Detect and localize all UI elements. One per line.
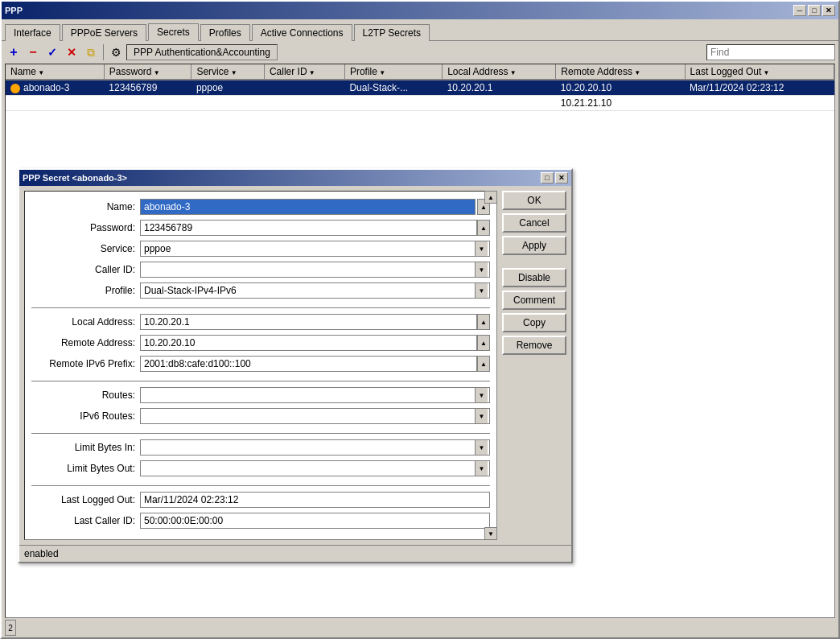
add-button[interactable]: +: [5, 43, 23, 61]
comment-button[interactable]: Comment: [502, 291, 566, 310]
profile-select[interactable]: Dual-Stack-IPv4-IPv6 ▼: [140, 282, 490, 299]
col-caller-id[interactable]: Caller ID: [264, 64, 344, 80]
service-select-arrow[interactable]: ▼: [475, 241, 488, 256]
cell-local-address: 10.20.20.1: [443, 80, 556, 96]
table-header: Name Password Service Caller ID Profile …: [6, 64, 834, 80]
remote-ipv6-up-btn[interactable]: ▲: [477, 356, 490, 372]
cell-profile: Dual-Stack-...: [344, 80, 442, 96]
cell-service: pppoe: [191, 80, 264, 96]
cell-name: abonado-3: [23, 82, 69, 93]
input-name[interactable]: [140, 199, 476, 215]
caller-id-select[interactable]: ▼: [140, 262, 490, 278]
tab-interface[interactable]: Interface: [5, 24, 60, 41]
row-status-icon: [10, 84, 20, 93]
remote-address-up-btn[interactable]: ▲: [477, 335, 490, 351]
disable-button[interactable]: Disable: [502, 268, 566, 287]
remove-button[interactable]: Remove: [502, 336, 566, 355]
input-remote-address[interactable]: [140, 335, 477, 351]
tab-l2tp-secrets[interactable]: L2TP Secrets: [354, 24, 430, 41]
input-remote-ipv6-prefix[interactable]: [140, 356, 477, 372]
bottom-bar: 2: [2, 618, 838, 637]
form-scroll-up[interactable]: ▲: [484, 191, 497, 204]
ipv6-routes-arrow[interactable]: ▼: [475, 409, 488, 423]
password-up-btn[interactable]: ▲: [477, 220, 490, 236]
col-remote-address[interactable]: Remote Address: [556, 64, 685, 80]
remove-button[interactable]: −: [24, 43, 42, 61]
service-select[interactable]: pppoe ▼: [140, 241, 490, 257]
limit-bytes-out-arrow[interactable]: ▼: [475, 461, 488, 476]
label-limit-bytes-out: Limit Bytes Out:: [31, 463, 140, 474]
limit-bytes-out-select[interactable]: ▼: [140, 460, 490, 476]
form-row-local-address: Local Address: ▲: [31, 313, 490, 331]
cancel-button[interactable]: Cancel: [502, 213, 566, 233]
label-service: Service:: [31, 243, 140, 254]
local-address-wrapper: ▲: [140, 314, 490, 330]
title-bar-controls: ─ □ ✕: [793, 5, 835, 16]
col-profile[interactable]: Profile: [344, 64, 442, 80]
form-scroll-down[interactable]: ▼: [484, 527, 497, 540]
ipv6-routes-select[interactable]: ▼: [140, 408, 490, 424]
toolbar-separator: [103, 44, 104, 60]
dialog-buttons: OK Cancel Apply Disable Comment Copy Rem…: [502, 191, 566, 540]
profile-select-text: Dual-Stack-IPv4-IPv6: [142, 285, 475, 296]
main-window: PPP ─ □ ✕ Interface PPPoE Servers Secret…: [0, 0, 840, 639]
input-local-address[interactable]: [140, 314, 477, 330]
minus-icon: −: [29, 45, 36, 60]
col-local-address[interactable]: Local Address: [443, 64, 556, 80]
status-text: enabled: [24, 548, 59, 559]
form-divider-2: [31, 381, 490, 381]
dialog-close-button[interactable]: ✕: [555, 172, 568, 183]
limit-bytes-in-arrow[interactable]: ▼: [475, 440, 488, 455]
profile-select-arrow[interactable]: ▼: [475, 283, 488, 298]
minimize-button[interactable]: ─: [793, 5, 806, 16]
find-input[interactable]: [706, 44, 835, 60]
table-row[interactable]: abonado-3 123456789 pppoe Dual-Stack-...…: [6, 80, 834, 96]
table-row-2[interactable]: 10.21.21.10: [6, 96, 834, 111]
col-name[interactable]: Name: [6, 64, 104, 80]
copy-toolbar-button[interactable]: ⧉: [82, 43, 100, 61]
filter-button[interactable]: ⚙: [107, 43, 125, 61]
filter-icon: ⚙: [111, 46, 121, 59]
input-last-logged-out: [140, 492, 490, 508]
ok-button[interactable]: OK: [502, 191, 566, 210]
label-routes: Routes:: [31, 390, 140, 401]
label-remote-ipv6-prefix: Remote IPv6 Prefix:: [31, 358, 140, 369]
dialog-form: Name: ▲ Password: ▲: [24, 191, 497, 540]
form-row-service: Service: pppoe ▼: [31, 240, 490, 258]
enable-button[interactable]: ✓: [43, 43, 61, 61]
copy-button[interactable]: Copy: [502, 313, 566, 332]
col-last-logged-out[interactable]: Last Logged Out: [685, 64, 834, 80]
form-row-ipv6-routes: IPv6 Routes: ▼: [31, 407, 490, 425]
dialog-title: PPP Secret <abonado-3>: [23, 173, 127, 183]
col-service[interactable]: Service: [191, 64, 264, 80]
remote-address-wrapper: ▲: [140, 335, 490, 351]
col-password[interactable]: Password: [104, 64, 191, 80]
page-number: 2: [5, 620, 16, 636]
check-icon: ✓: [47, 46, 57, 59]
cross-icon: ✕: [67, 46, 76, 59]
input-password[interactable]: [140, 220, 477, 236]
label-name: Name:: [31, 201, 140, 212]
maximize-button[interactable]: □: [808, 5, 821, 16]
local-address-up-btn[interactable]: ▲: [477, 314, 490, 330]
tab-active-connections[interactable]: Active Connections: [252, 24, 352, 41]
form-row-profile: Profile: Dual-Stack-IPv4-IPv6 ▼: [31, 282, 490, 299]
label-profile: Profile:: [31, 285, 140, 296]
dialog-maximize-button[interactable]: □: [541, 172, 554, 183]
tab-pppoe-servers[interactable]: PPPoE Servers: [62, 24, 146, 41]
label-local-address: Local Address:: [31, 316, 140, 328]
form-row-last-caller-id: Last Caller ID:: [31, 512, 490, 530]
form-row-name: Name: ▲: [31, 198, 490, 216]
label-ipv6-routes: IPv6 Routes:: [31, 410, 140, 422]
limit-bytes-in-select[interactable]: ▼: [140, 439, 490, 456]
form-divider-4: [31, 485, 490, 486]
tab-profiles[interactable]: Profiles: [200, 24, 250, 41]
toolbar: + − ✓ ✕ ⧉ ⚙ PPP Authentication&Accountin…: [2, 40, 838, 64]
caller-id-arrow[interactable]: ▼: [475, 262, 488, 277]
routes-select[interactable]: ▼: [140, 387, 490, 403]
routes-arrow[interactable]: ▼: [475, 388, 488, 402]
apply-button[interactable]: Apply: [502, 236, 566, 255]
disable-toolbar-button[interactable]: ✕: [63, 43, 80, 61]
close-button[interactable]: ✕: [822, 5, 835, 16]
tab-secrets[interactable]: Secrets: [148, 23, 199, 41]
